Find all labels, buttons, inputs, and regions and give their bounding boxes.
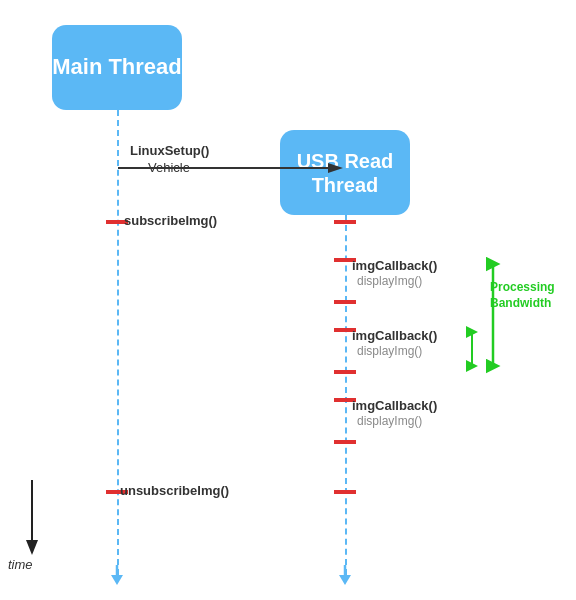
small-bandwidth-arrow: [462, 328, 482, 370]
display-img2-label: displayImg(): [357, 344, 422, 358]
img-callback2-label: imgCallback(): [352, 328, 437, 343]
img-callback1-label: imgCallback(): [352, 258, 437, 273]
display-img3-label: displayImg(): [357, 414, 422, 428]
svg-marker-13: [26, 540, 38, 555]
main-thread-label: Main Thread: [52, 54, 182, 80]
main-thread-box: Main Thread: [52, 25, 182, 110]
after-display1-redbar: [334, 300, 356, 304]
img-callback3-label: imgCallback(): [352, 398, 437, 413]
vehicle-label: Vehicle: [148, 160, 190, 175]
time-label: time: [8, 557, 33, 572]
main-lifeline-arrow: [108, 565, 128, 585]
unsubscribe-label: unsubscribeImg(): [120, 483, 229, 498]
processing-bandwidth-label: ProcessingBandwidth: [490, 280, 555, 311]
subscribe-redbar-usb: [334, 220, 356, 224]
usb-thread-lifeline: [345, 215, 347, 575]
main-thread-lifeline: [117, 110, 119, 575]
svg-marker-1: [328, 163, 343, 173]
display-img1-label: displayImg(): [357, 274, 422, 288]
after-display2-redbar: [334, 370, 356, 374]
svg-marker-11: [339, 575, 351, 585]
sequence-diagram: Main Thread USB ReadThread LinuxSetup() …: [0, 0, 576, 600]
subscribe-label: subscribeImg(): [124, 213, 217, 228]
svg-marker-9: [111, 575, 123, 585]
linux-setup-label: LinuxSetup(): [130, 143, 209, 158]
usb-lifeline-arrow: [336, 565, 356, 585]
time-arrow: [22, 480, 42, 560]
processing-bandwidth-arrow: [478, 259, 508, 371]
after-display3-redbar: [334, 440, 356, 444]
unsubscribe-redbar-usb: [334, 490, 356, 494]
